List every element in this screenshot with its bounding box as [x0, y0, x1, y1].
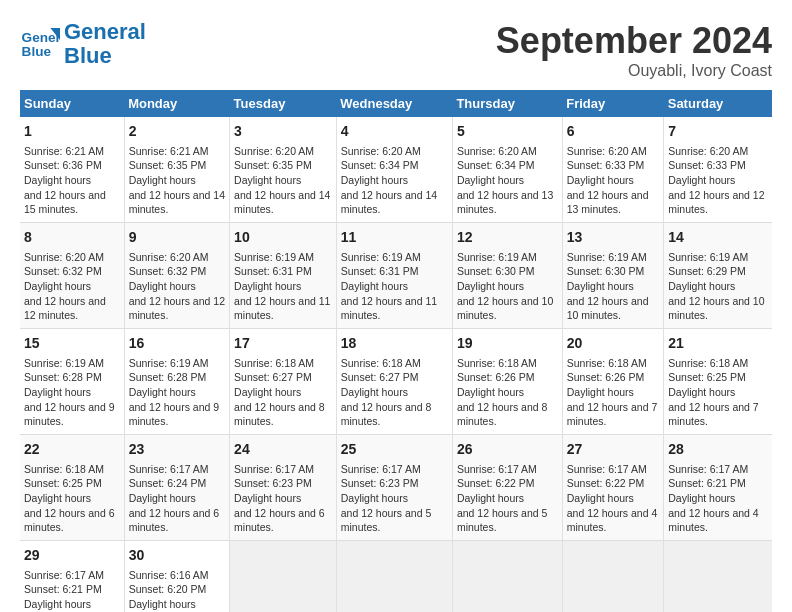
day-number: 6	[567, 122, 659, 142]
day-number: 1	[24, 122, 120, 142]
day-info: Sunrise: 6:20 AM Sunset: 6:34 PM Dayligh…	[457, 144, 558, 217]
day-cell: 10 Sunrise: 6:19 AM Sunset: 6:31 PM Dayl…	[230, 223, 337, 329]
day-cell: 21 Sunrise: 6:18 AM Sunset: 6:25 PM Dayl…	[664, 329, 772, 435]
day-info: Sunrise: 6:21 AM Sunset: 6:35 PM Dayligh…	[129, 144, 225, 217]
day-cell: 14 Sunrise: 6:19 AM Sunset: 6:29 PM Dayl…	[664, 223, 772, 329]
day-info: Sunrise: 6:19 AM Sunset: 6:28 PM Dayligh…	[129, 356, 225, 429]
header-row: SundayMondayTuesdayWednesdayThursdayFrid…	[20, 90, 772, 117]
day-number: 11	[341, 228, 448, 248]
day-info: Sunrise: 6:17 AM Sunset: 6:23 PM Dayligh…	[234, 462, 332, 535]
day-info: Sunrise: 6:17 AM Sunset: 6:22 PM Dayligh…	[457, 462, 558, 535]
week-row: 15 Sunrise: 6:19 AM Sunset: 6:28 PM Dayl…	[20, 329, 772, 435]
day-cell: 9 Sunrise: 6:20 AM Sunset: 6:32 PM Dayli…	[124, 223, 229, 329]
logo-icon: General Blue	[20, 24, 60, 64]
day-number: 7	[668, 122, 768, 142]
svg-text:Blue: Blue	[22, 44, 52, 59]
day-info: Sunrise: 6:19 AM Sunset: 6:31 PM Dayligh…	[234, 250, 332, 323]
day-number: 27	[567, 440, 659, 460]
day-cell	[230, 541, 337, 612]
day-cell: 18 Sunrise: 6:18 AM Sunset: 6:27 PM Dayl…	[336, 329, 452, 435]
day-info: Sunrise: 6:16 AM Sunset: 6:20 PM Dayligh…	[129, 568, 225, 612]
day-info: Sunrise: 6:19 AM Sunset: 6:31 PM Dayligh…	[341, 250, 448, 323]
day-number: 30	[129, 546, 225, 566]
title-block: September 2024 Ouyabli, Ivory Coast	[496, 20, 772, 80]
day-number: 22	[24, 440, 120, 460]
month-title: September 2024	[496, 20, 772, 62]
day-info: Sunrise: 6:18 AM Sunset: 6:26 PM Dayligh…	[567, 356, 659, 429]
header-day: Monday	[124, 90, 229, 117]
day-info: Sunrise: 6:17 AM Sunset: 6:21 PM Dayligh…	[668, 462, 768, 535]
day-info: Sunrise: 6:19 AM Sunset: 6:29 PM Dayligh…	[668, 250, 768, 323]
header-day: Tuesday	[230, 90, 337, 117]
day-number: 8	[24, 228, 120, 248]
week-row: 8 Sunrise: 6:20 AM Sunset: 6:32 PM Dayli…	[20, 223, 772, 329]
day-info: Sunrise: 6:20 AM Sunset: 6:33 PM Dayligh…	[567, 144, 659, 217]
day-info: Sunrise: 6:18 AM Sunset: 6:27 PM Dayligh…	[234, 356, 332, 429]
day-cell: 19 Sunrise: 6:18 AM Sunset: 6:26 PM Dayl…	[452, 329, 562, 435]
day-cell: 20 Sunrise: 6:18 AM Sunset: 6:26 PM Dayl…	[562, 329, 663, 435]
day-info: Sunrise: 6:19 AM Sunset: 6:30 PM Dayligh…	[457, 250, 558, 323]
day-cell: 1 Sunrise: 6:21 AM Sunset: 6:36 PM Dayli…	[20, 117, 124, 223]
day-cell: 6 Sunrise: 6:20 AM Sunset: 6:33 PM Dayli…	[562, 117, 663, 223]
page-header: General Blue GeneralBlue September 2024 …	[20, 20, 772, 80]
day-cell: 30 Sunrise: 6:16 AM Sunset: 6:20 PM Dayl…	[124, 541, 229, 612]
day-cell: 16 Sunrise: 6:19 AM Sunset: 6:28 PM Dayl…	[124, 329, 229, 435]
day-cell: 3 Sunrise: 6:20 AM Sunset: 6:35 PM Dayli…	[230, 117, 337, 223]
calendar-table: SundayMondayTuesdayWednesdayThursdayFrid…	[20, 90, 772, 612]
header-day: Saturday	[664, 90, 772, 117]
day-info: Sunrise: 6:17 AM Sunset: 6:22 PM Dayligh…	[567, 462, 659, 535]
day-cell: 28 Sunrise: 6:17 AM Sunset: 6:21 PM Dayl…	[664, 435, 772, 541]
day-number: 3	[234, 122, 332, 142]
calendar-header: SundayMondayTuesdayWednesdayThursdayFrid…	[20, 90, 772, 117]
day-info: Sunrise: 6:20 AM Sunset: 6:35 PM Dayligh…	[234, 144, 332, 217]
day-info: Sunrise: 6:18 AM Sunset: 6:25 PM Dayligh…	[24, 462, 120, 535]
day-cell: 7 Sunrise: 6:20 AM Sunset: 6:33 PM Dayli…	[664, 117, 772, 223]
location: Ouyabli, Ivory Coast	[496, 62, 772, 80]
day-number: 18	[341, 334, 448, 354]
day-number: 4	[341, 122, 448, 142]
day-info: Sunrise: 6:18 AM Sunset: 6:27 PM Dayligh…	[341, 356, 448, 429]
day-number: 14	[668, 228, 768, 248]
day-info: Sunrise: 6:20 AM Sunset: 6:34 PM Dayligh…	[341, 144, 448, 217]
day-number: 26	[457, 440, 558, 460]
day-info: Sunrise: 6:17 AM Sunset: 6:23 PM Dayligh…	[341, 462, 448, 535]
header-day: Wednesday	[336, 90, 452, 117]
day-info: Sunrise: 6:18 AM Sunset: 6:25 PM Dayligh…	[668, 356, 768, 429]
day-cell: 5 Sunrise: 6:20 AM Sunset: 6:34 PM Dayli…	[452, 117, 562, 223]
header-day: Thursday	[452, 90, 562, 117]
day-cell	[664, 541, 772, 612]
day-number: 15	[24, 334, 120, 354]
day-cell	[562, 541, 663, 612]
day-cell: 25 Sunrise: 6:17 AM Sunset: 6:23 PM Dayl…	[336, 435, 452, 541]
day-info: Sunrise: 6:19 AM Sunset: 6:30 PM Dayligh…	[567, 250, 659, 323]
logo: General Blue GeneralBlue	[20, 20, 146, 68]
week-row: 29 Sunrise: 6:17 AM Sunset: 6:21 PM Dayl…	[20, 541, 772, 612]
day-number: 17	[234, 334, 332, 354]
day-number: 13	[567, 228, 659, 248]
calendar-body: 1 Sunrise: 6:21 AM Sunset: 6:36 PM Dayli…	[20, 117, 772, 612]
day-number: 23	[129, 440, 225, 460]
day-cell	[452, 541, 562, 612]
header-day: Friday	[562, 90, 663, 117]
day-number: 12	[457, 228, 558, 248]
day-info: Sunrise: 6:20 AM Sunset: 6:32 PM Dayligh…	[129, 250, 225, 323]
day-info: Sunrise: 6:18 AM Sunset: 6:26 PM Dayligh…	[457, 356, 558, 429]
day-number: 20	[567, 334, 659, 354]
week-row: 22 Sunrise: 6:18 AM Sunset: 6:25 PM Dayl…	[20, 435, 772, 541]
day-cell: 29 Sunrise: 6:17 AM Sunset: 6:21 PM Dayl…	[20, 541, 124, 612]
day-cell: 8 Sunrise: 6:20 AM Sunset: 6:32 PM Dayli…	[20, 223, 124, 329]
day-cell: 11 Sunrise: 6:19 AM Sunset: 6:31 PM Dayl…	[336, 223, 452, 329]
day-number: 10	[234, 228, 332, 248]
logo-text: GeneralBlue	[64, 20, 146, 68]
day-number: 2	[129, 122, 225, 142]
day-info: Sunrise: 6:20 AM Sunset: 6:33 PM Dayligh…	[668, 144, 768, 217]
day-cell: 4 Sunrise: 6:20 AM Sunset: 6:34 PM Dayli…	[336, 117, 452, 223]
day-number: 19	[457, 334, 558, 354]
week-row: 1 Sunrise: 6:21 AM Sunset: 6:36 PM Dayli…	[20, 117, 772, 223]
day-number: 25	[341, 440, 448, 460]
day-cell: 27 Sunrise: 6:17 AM Sunset: 6:22 PM Dayl…	[562, 435, 663, 541]
day-cell: 2 Sunrise: 6:21 AM Sunset: 6:35 PM Dayli…	[124, 117, 229, 223]
day-info: Sunrise: 6:21 AM Sunset: 6:36 PM Dayligh…	[24, 144, 120, 217]
day-cell: 15 Sunrise: 6:19 AM Sunset: 6:28 PM Dayl…	[20, 329, 124, 435]
day-info: Sunrise: 6:20 AM Sunset: 6:32 PM Dayligh…	[24, 250, 120, 323]
